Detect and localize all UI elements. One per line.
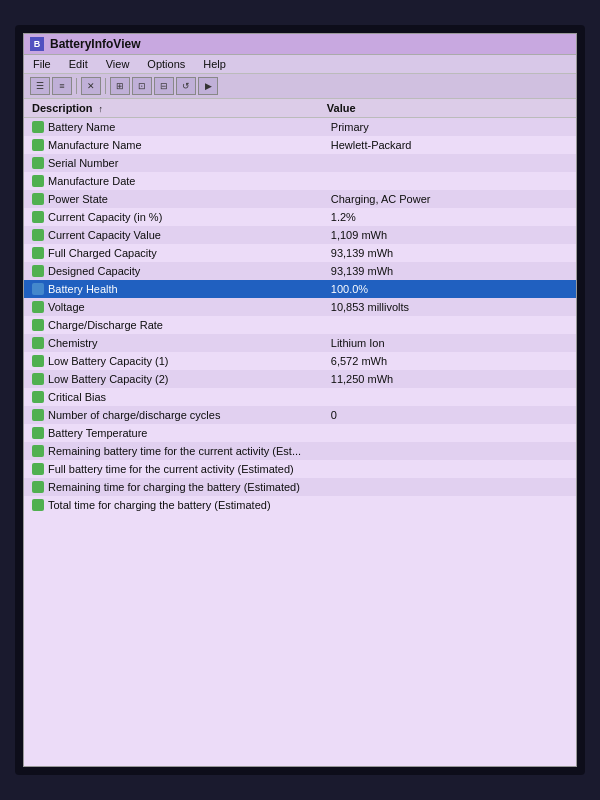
menu-item-edit[interactable]: Edit: [66, 57, 91, 71]
row-label: Manufacture Date: [48, 175, 327, 187]
row-label: Number of charge/discharge cycles: [48, 409, 327, 421]
toolbar-btn-copy[interactable]: ⊞: [110, 77, 130, 95]
app-window: B BatteryInfoView FileEditViewOptionsHel…: [23, 33, 577, 767]
row-status-icon: [32, 355, 44, 367]
row-value: 93,139 mWh: [327, 247, 568, 259]
row-label: Battery Name: [48, 121, 327, 133]
toolbar-btn-play[interactable]: ▶: [198, 77, 218, 95]
row-label: Battery Health: [48, 283, 327, 295]
row-status-icon: [32, 499, 44, 511]
toolbar: ☰ ≡ ✕ ⊞ ⊡ ⊟ ↺ ▶: [24, 74, 576, 99]
monitor-frame: B BatteryInfoView FileEditViewOptionsHel…: [15, 25, 585, 775]
table-row[interactable]: Current Capacity Value1,109 mWh: [24, 226, 576, 244]
row-label: Remaining battery time for the current a…: [48, 445, 327, 457]
row-label: Serial Number: [48, 157, 327, 169]
toolbar-btn-new[interactable]: ☰: [30, 77, 50, 95]
menu-item-options[interactable]: Options: [144, 57, 188, 71]
row-value: Hewlett-Packard: [327, 139, 568, 151]
row-status-icon: [32, 301, 44, 313]
app-icon: B: [30, 37, 44, 51]
table-row[interactable]: Low Battery Capacity (1)6,572 mWh: [24, 352, 576, 370]
row-status-icon: [32, 319, 44, 331]
toolbar-btn-close[interactable]: ✕: [81, 77, 101, 95]
row-value: 100.0%: [327, 283, 568, 295]
row-label: Current Capacity Value: [48, 229, 327, 241]
menu-item-file[interactable]: File: [30, 57, 54, 71]
title-bar: B BatteryInfoView: [24, 34, 576, 55]
menu-item-view[interactable]: View: [103, 57, 133, 71]
row-status-icon: [32, 211, 44, 223]
window-title: BatteryInfoView: [50, 37, 140, 51]
toolbar-btn-paste[interactable]: ⊡: [132, 77, 152, 95]
table-row[interactable]: Voltage10,853 millivolts: [24, 298, 576, 316]
row-value: 10,853 millivolts: [327, 301, 568, 313]
table-row[interactable]: Serial Number: [24, 154, 576, 172]
menu-bar: FileEditViewOptionsHelp: [24, 55, 576, 74]
row-label: Low Battery Capacity (1): [48, 355, 327, 367]
row-value: 93,139 mWh: [327, 265, 568, 277]
table-row[interactable]: Battery Temperature: [24, 424, 576, 442]
table-row[interactable]: Full battery time for the current activi…: [24, 460, 576, 478]
row-label: Power State: [48, 193, 327, 205]
table-row[interactable]: Battery NamePrimary: [24, 118, 576, 136]
menu-item-help[interactable]: Help: [200, 57, 229, 71]
header-description: Description ↑: [32, 102, 327, 114]
row-label: Total time for charging the battery (Est…: [48, 499, 327, 511]
row-value: 0: [327, 409, 568, 421]
table-row[interactable]: Total time for charging the battery (Est…: [24, 496, 576, 514]
row-status-icon: [32, 373, 44, 385]
row-status-icon: [32, 445, 44, 457]
row-status-icon: [32, 157, 44, 169]
row-label: Critical Bias: [48, 391, 327, 403]
toolbar-sep-1: [76, 78, 77, 94]
row-label: Chemistry: [48, 337, 327, 349]
table-row[interactable]: Power StateCharging, AC Power: [24, 190, 576, 208]
table-row[interactable]: Remaining battery time for the current a…: [24, 442, 576, 460]
toolbar-btn-save[interactable]: ⊟: [154, 77, 174, 95]
row-status-icon: [32, 283, 44, 295]
row-status-icon: [32, 175, 44, 187]
table-row[interactable]: Battery Health100.0%: [24, 280, 576, 298]
row-status-icon: [32, 265, 44, 277]
row-status-icon: [32, 481, 44, 493]
row-label: Full Charged Capacity: [48, 247, 327, 259]
row-status-icon: [32, 229, 44, 241]
row-value: 6,572 mWh: [327, 355, 568, 367]
row-value: 11,250 mWh: [327, 373, 568, 385]
row-label: Charge/Discharge Rate: [48, 319, 327, 331]
row-status-icon: [32, 409, 44, 421]
row-label: Low Battery Capacity (2): [48, 373, 327, 385]
row-status-icon: [32, 193, 44, 205]
header-value: Value: [327, 102, 568, 114]
table-row[interactable]: Remaining time for charging the battery …: [24, 478, 576, 496]
sort-arrow: ↑: [99, 104, 104, 114]
table-row[interactable]: Critical Bias: [24, 388, 576, 406]
table-row[interactable]: Number of charge/discharge cycles0: [24, 406, 576, 424]
row-label: Current Capacity (in %): [48, 211, 327, 223]
row-value: 1,109 mWh: [327, 229, 568, 241]
row-label: Battery Temperature: [48, 427, 327, 439]
row-status-icon: [32, 247, 44, 259]
table-header: Description ↑ Value: [24, 99, 576, 118]
table-body: Battery NamePrimaryManufacture NameHewle…: [24, 118, 576, 514]
table-row[interactable]: Low Battery Capacity (2)11,250 mWh: [24, 370, 576, 388]
table-row[interactable]: ChemistryLithium Ion: [24, 334, 576, 352]
table-row[interactable]: Designed Capacity93,139 mWh: [24, 262, 576, 280]
row-value: 1.2%: [327, 211, 568, 223]
row-label: Remaining time for charging the battery …: [48, 481, 327, 493]
toolbar-btn-open[interactable]: ≡: [52, 77, 72, 95]
table-row[interactable]: Manufacture Date: [24, 172, 576, 190]
row-value: Primary: [327, 121, 568, 133]
row-label: Voltage: [48, 301, 327, 313]
toolbar-btn-refresh[interactable]: ↺: [176, 77, 196, 95]
content-area: Description ↑ Value Battery NamePrimaryM…: [24, 99, 576, 766]
toolbar-sep-2: [105, 78, 106, 94]
row-status-icon: [32, 391, 44, 403]
table-row[interactable]: Full Charged Capacity93,139 mWh: [24, 244, 576, 262]
table-row[interactable]: Charge/Discharge Rate: [24, 316, 576, 334]
row-status-icon: [32, 427, 44, 439]
row-value: Lithium Ion: [327, 337, 568, 349]
table-row[interactable]: Current Capacity (in %)1.2%: [24, 208, 576, 226]
table-row[interactable]: Manufacture NameHewlett-Packard: [24, 136, 576, 154]
row-value: Charging, AC Power: [327, 193, 568, 205]
